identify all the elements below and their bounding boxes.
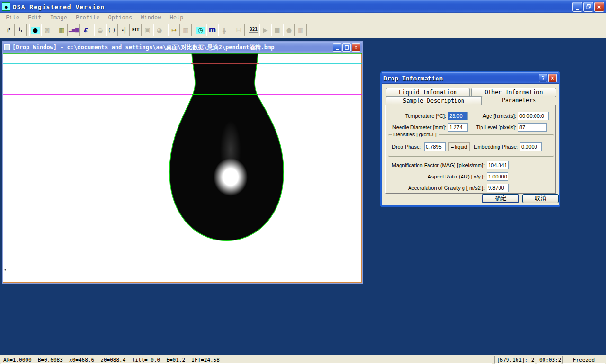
tab-liquid-information[interactable]: Liquid Infomation	[386, 88, 470, 97]
drop-phase-label: Drop Phase:	[392, 144, 422, 150]
close-button[interactable]: ×	[594, 2, 604, 12]
menu-window[interactable]: Window	[138, 14, 164, 21]
liquid-equals-button[interactable]: = liquid	[448, 142, 470, 151]
dialog-close-button[interactable]: ×	[548, 74, 557, 82]
restore-button[interactable]	[583, 2, 593, 12]
save-image-button[interactable]: ↳	[15, 24, 27, 36]
copy-results-icon: ▥	[183, 27, 188, 33]
restore-icon	[586, 4, 591, 9]
pendant-drop-image	[3, 53, 362, 283]
frame-grab-button[interactable]: ▩	[41, 24, 53, 36]
app-title: DSA Registered Version	[13, 3, 572, 10]
cancel-button[interactable]: 取消	[522, 194, 559, 203]
aspect-ratio-label: Aspect Ratio (AR) [ x/y ]:	[386, 174, 485, 179]
fit-icon: FIT	[132, 28, 140, 32]
drop-information-dialog: Drop Information ? × Liquid Infomation O…	[380, 71, 560, 207]
gravity-input[interactable]	[487, 184, 509, 192]
calculator-icon: ▦	[298, 27, 303, 33]
status-elapsed-time: 00:03:26	[537, 356, 561, 364]
drop-image-canvas[interactable]	[3, 53, 362, 283]
statistics-chart-button[interactable]: ▂▅▇	[68, 24, 80, 36]
play-button[interactable]: ▶	[259, 24, 271, 36]
stop-button[interactable]: ■	[271, 24, 283, 36]
drop-window: [Drop Window] - c:\documents and setting…	[2, 41, 363, 284]
temperature-input[interactable]	[448, 112, 468, 120]
app-logo-icon: ●	[2, 2, 10, 11]
baseline-button[interactable]: ·|	[118, 24, 130, 36]
timer-icon: ◷	[196, 27, 205, 34]
copy-results-button[interactable]: ▥	[180, 24, 192, 36]
needle-diameter-label: Needle Diameter [mm]:	[386, 124, 446, 130]
print-button[interactable]: ⊟	[233, 24, 245, 36]
tip-level-input[interactable]	[518, 123, 547, 132]
menu-profile[interactable]: Profile	[73, 14, 103, 21]
sessile-drop-icon: ◒	[98, 27, 103, 33]
epsilon-button[interactable]: ε	[80, 24, 91, 36]
stop-icon: ■	[274, 27, 280, 33]
needle-diameter-input[interactable]	[448, 123, 468, 132]
magnification-icon: m	[209, 27, 216, 34]
dialog-titlebar: Drop Information ? ×	[382, 72, 559, 84]
ok-button[interactable]: 确定	[482, 194, 519, 203]
close-icon: ×	[597, 4, 601, 10]
drop-window-minimize-button[interactable]	[333, 43, 341, 52]
temperature-label: Temperature [°C]:	[386, 113, 446, 119]
tip-level-label: Tip Level [pixels]:	[471, 124, 516, 130]
menu-options[interactable]: Options	[106, 14, 135, 21]
magnification-label: Magnification Factor (MAG) [pixels/mm]:	[386, 162, 485, 168]
drop-window-icon	[4, 44, 10, 50]
epsilon-icon: ε	[83, 27, 87, 34]
record-icon: ●	[286, 27, 292, 33]
menu-edit[interactable]: Edit	[25, 14, 45, 21]
aspect-ratio-input[interactable]	[487, 172, 508, 181]
needle-position-button[interactable]: ↦	[168, 24, 180, 36]
timer-button[interactable]: ◷	[195, 24, 206, 36]
drop-window-titlebar: [Drop Window] - c:\documents and setting…	[3, 42, 362, 53]
result-table-icon: ▦	[59, 27, 64, 33]
gravity-label: Acceralation of Gravity g [ m/s2 ]:	[386, 185, 485, 191]
embedding-phase-label: Embedding Phase:	[469, 144, 518, 150]
video-capture-button[interactable]: 321	[248, 24, 259, 36]
drop-window-maximize-icon	[345, 45, 349, 50]
needle-position-icon: ↦	[171, 27, 177, 33]
dialog-body: Liquid Infomation Other Information Samp…	[382, 84, 559, 205]
drop-needle-button[interactable]: ◕	[153, 24, 165, 36]
drop-window-maximize-button[interactable]	[342, 43, 351, 52]
menubar: File Edit Image Profile Options Window H…	[0, 13, 606, 22]
tab-parameters[interactable]: Parameters	[481, 96, 556, 105]
status-mode: Freezed	[562, 356, 605, 364]
status-measurements: AR=1.0000 B=0.6083 x0=468.6 z0=088.4 til…	[1, 356, 492, 364]
drop-phase-input[interactable]	[424, 142, 446, 151]
magnification-button[interactable]: m	[206, 24, 218, 36]
help-icon: ?	[541, 75, 544, 81]
age-input[interactable]	[518, 112, 549, 120]
toolbar: ↱ ↳ ● ▩ ▦ ▂▅▇ ε ◒ ( ) ·| FIT ▣ ◕ ↦ ▥ ◷ m…	[0, 22, 606, 38]
magnification-input[interactable]	[487, 161, 509, 169]
fit-button[interactable]: FIT	[130, 24, 142, 36]
statusbar: AR=1.0000 B=0.6083 x0=468.6 z0=088.4 til…	[0, 355, 606, 364]
menu-file[interactable]: File	[3, 14, 22, 21]
menu-image[interactable]: Image	[47, 14, 70, 21]
sessile-drop-button[interactable]: ◒	[94, 24, 106, 36]
parameters-panel: Temperature [°C]: Age [h:m:s:ts]: Needle…	[385, 105, 556, 194]
syringe-button[interactable]: ǂ	[218, 24, 230, 36]
dialog-help-button[interactable]: ?	[539, 74, 547, 82]
pendant-drop-button[interactable]: ( )	[106, 24, 118, 36]
embedding-phase-input[interactable]	[520, 142, 542, 151]
drop-document-button[interactable]: ●	[29, 24, 41, 36]
record-button[interactable]: ●	[283, 24, 295, 36]
frame-roi-icon: ▣	[144, 27, 150, 33]
frame-roi-button[interactable]: ▣	[142, 24, 153, 36]
open-image-icon: ↱	[6, 27, 11, 33]
open-image-button[interactable]: ↱	[3, 24, 15, 36]
dialog-close-icon: ×	[551, 75, 554, 81]
minimize-button[interactable]	[572, 2, 582, 12]
tab-sample-description[interactable]: Sample Description	[386, 96, 481, 105]
drop-window-title: [Drop Window] - c:\documents and setting…	[12, 44, 332, 52]
drop-document-icon: ●	[31, 27, 40, 34]
result-table-button[interactable]: ▦	[56, 24, 68, 36]
menu-help[interactable]: Help	[167, 14, 187, 21]
calculator-button[interactable]: ▦	[295, 24, 307, 36]
age-label: Age [h:m:s:ts]:	[471, 113, 516, 119]
drop-window-close-button[interactable]: ×	[352, 43, 360, 52]
